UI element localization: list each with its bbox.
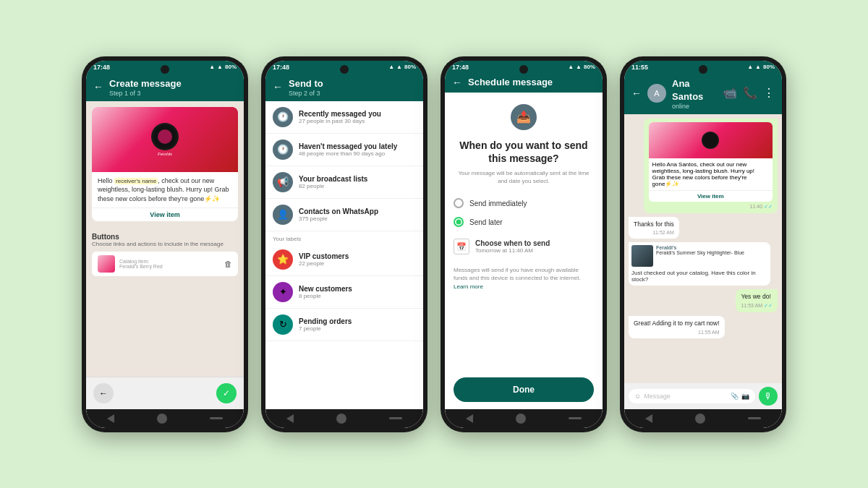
buttons-label: Buttons [92, 233, 238, 241]
phone3-nav [445, 409, 603, 428]
catalog-item-row[interactable]: Catalog item: Feraldi's Berry Red 🗑 [92, 252, 238, 276]
label-new[interactable]: ✦ New customers 8 people [265, 276, 423, 309]
send-btn[interactable]: 🎙 [759, 387, 778, 406]
camera-icon[interactable]: 📷 [741, 393, 749, 400]
send-to-item-contacts[interactable]: 👤 Contacts on WhatsApp 375 people [265, 199, 423, 231]
radio-later-label: Send later [469, 218, 503, 226]
vip-dot: ⭐ [273, 249, 293, 270]
phone1-status-icons: ▲ ▲ 80% [209, 64, 237, 70]
phone2-nav-recent[interactable] [389, 417, 402, 419]
new-text: New customers 8 people [299, 285, 352, 299]
label-pending[interactable]: ↻ Pending orders 7 people [265, 309, 423, 341]
phone1-header: ← Create message Step 1 of 3 [86, 72, 244, 101]
phone1-action-bar: ← ✓ [86, 377, 244, 409]
phone1-content: Ferolds Hello receiver's name, check out… [86, 101, 244, 377]
catalog-text: Catalog item: Feraldi's Berry Red [119, 259, 220, 269]
battery-icon: 80% [225, 64, 237, 70]
msg-out-1-time: 11:40 ✓✓ [649, 204, 773, 210]
phone1-nav-recent[interactable] [210, 417, 223, 419]
more-icon[interactable]: ⋮ [763, 86, 775, 100]
contact-status: online [672, 103, 717, 110]
message-input[interactable]: ☺ Message 📎 📷 [629, 389, 755, 403]
phone3-nav-home[interactable] [516, 414, 526, 424]
phone3-nav-back[interactable] [466, 414, 473, 423]
phone4: 11:55 ▲ ▲ 80% ← A Ana Santos online 📹 📞 … [620, 56, 786, 432]
pending-dot: ↻ [273, 314, 293, 335]
schedule-content: 📤 When do you want to send this message?… [445, 93, 603, 409]
send-to-item-recent[interactable]: 🕐 Recently messaged you 27 people in pas… [265, 101, 423, 134]
phone4-nav [624, 409, 782, 428]
attach-icon[interactable]: 📎 [731, 393, 739, 400]
radio-later[interactable]: Send later [454, 213, 594, 231]
phone4-icons: ▲ ▲ 80% [747, 64, 775, 70]
call-icon[interactable]: 📞 [743, 86, 757, 100]
phone2-back-btn[interactable]: ← [273, 81, 283, 93]
old-icon: 🕐 [273, 140, 293, 160]
phone2-nav-back[interactable] [286, 414, 294, 423]
phone4-wifi: ▲ [755, 64, 761, 70]
view-item-btn[interactable]: View item [92, 207, 238, 221]
phone2-time: 17:48 [273, 64, 289, 71]
radio-immediately-btn[interactable] [454, 198, 464, 208]
phone1-title: Create message [109, 78, 182, 89]
phone1-nav-back[interactable] [107, 414, 114, 423]
labels-header: Your labels [265, 231, 423, 244]
phone2: 17:48 ▲ ▲ 80% ← Send to Step 2 of 3 🕐 [261, 56, 427, 432]
radio-immediately-label: Send immediately [469, 200, 527, 207]
phone3-title: Schedule message [468, 77, 595, 87]
recent-icon: 🕐 [273, 107, 293, 127]
phone2-nav [265, 409, 423, 428]
emoji-icon: ☺ [634, 393, 641, 400]
phone4-nav-recent[interactable] [748, 417, 761, 419]
label-vip[interactable]: ⭐ VIP customers 22 people [265, 244, 423, 276]
phone3-signal: ▲ [568, 64, 574, 70]
phone2-battery: 80% [404, 64, 416, 70]
choose-when-row[interactable]: 📅 Choose when to send Tomorrow at 11:40 … [454, 234, 594, 259]
phone1-back-btn[interactable]: ← [93, 81, 103, 93]
catalog-thumb [98, 255, 115, 273]
phone4-nav-back[interactable] [645, 414, 652, 423]
phone3-battery: 80% [584, 64, 595, 70]
learn-more-link[interactable]: Learn more [454, 283, 483, 290]
broadcast-icon: 📢 [273, 172, 293, 192]
phone1-next-circle[interactable]: ✓ [216, 383, 237, 403]
product-brand-label: Ferolds [151, 152, 179, 156]
radio-later-btn[interactable] [454, 217, 464, 227]
product-info: Feraldi's Feraldi's Summer Sky Highlight… [656, 245, 767, 267]
send-to-item-broadcast[interactable]: 📢 Your broadcast lists 82 people [265, 166, 423, 199]
msg-in-1: Thanks for this 11:52 AM [629, 217, 679, 239]
phone1-notch [161, 65, 169, 74]
old-text: Haven't messaged you lately 48 people mo… [299, 142, 397, 157]
send-to-list: 🕐 Recently messaged you 27 people in pas… [265, 101, 423, 409]
done-btn[interactable]: Done [454, 377, 594, 402]
product-card: Feraldi's Feraldi's Summer Sky Highlight… [629, 242, 770, 270]
phone2-wifi: ▲ [396, 64, 402, 70]
message-text: Hello receiver's name, check out our new… [92, 172, 238, 208]
phone1-back-circle[interactable]: ← [93, 383, 114, 403]
phone4-header: ← A Ana Santos online 📹 📞 ⋮ [624, 72, 782, 114]
contacts-icon: 👤 [273, 205, 293, 225]
video-icon[interactable]: 📹 [723, 86, 737, 100]
phone3-nav-recent[interactable] [569, 417, 582, 419]
radio-immediately[interactable]: Send immediately [454, 194, 594, 213]
phone3-wifi: ▲ [576, 64, 582, 70]
phone2-title: Send to [289, 78, 323, 89]
contact-name: Ana Santos [672, 78, 703, 102]
phone1-nav-home[interactable] [157, 414, 167, 424]
msg-view-item[interactable]: View item [649, 190, 773, 202]
phone4-back-btn[interactable]: ← [631, 87, 642, 99]
product-image: Ferolds [92, 107, 238, 172]
send-to-item-old[interactable]: 🕐 Haven't messaged you lately 48 people … [265, 134, 423, 166]
phone4-nav-home[interactable] [695, 414, 705, 424]
phone1-nav [86, 409, 244, 428]
phone3-header: ← Schedule message [445, 72, 603, 93]
phone3-back-btn[interactable]: ← [452, 77, 462, 88]
phones-container: 17:48 ▲ ▲ 80% ← Create message Step 1 of… [67, 42, 801, 447]
phone3-icons: ▲ ▲ 80% [568, 64, 595, 70]
wifi-icon: ▲ [217, 64, 223, 70]
pending-text: Pending orders 7 people [299, 317, 352, 332]
new-dot: ✦ [273, 282, 293, 302]
phone2-nav-home[interactable] [336, 414, 346, 424]
recent-text: Recently messaged you 27 people in past … [299, 110, 381, 124]
delete-icon[interactable]: 🗑 [224, 260, 232, 268]
